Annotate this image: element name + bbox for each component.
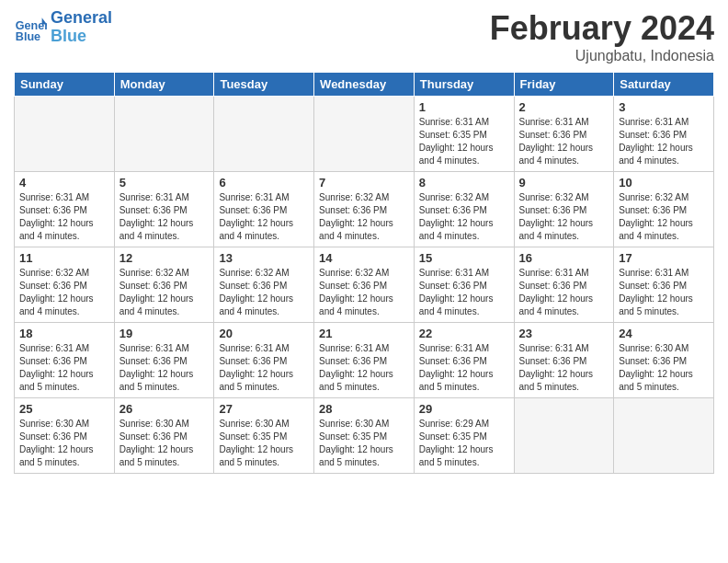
table-row: 5Sunrise: 6:31 AMSunset: 6:36 PMDaylight… <box>114 172 214 247</box>
day-info: Sunrise: 6:32 AMSunset: 6:36 PMDaylight:… <box>119 267 210 318</box>
day-info: Sunrise: 6:32 AMSunset: 6:36 PMDaylight:… <box>319 267 409 318</box>
table-row: 26Sunrise: 6:30 AMSunset: 6:36 PMDayligh… <box>114 398 214 474</box>
table-row <box>614 398 714 474</box>
table-row: 14Sunrise: 6:32 AMSunset: 6:36 PMDayligh… <box>314 247 415 323</box>
table-row: 13Sunrise: 6:32 AMSunset: 6:36 PMDayligh… <box>214 247 314 323</box>
calendar-header-friday: Friday <box>514 73 614 97</box>
day-info: Sunrise: 6:31 AMSunset: 6:36 PMDaylight:… <box>419 342 509 394</box>
calendar-header-saturday: Saturday <box>614 73 714 97</box>
day-number: 8 <box>419 176 509 190</box>
day-info: Sunrise: 6:30 AMSunset: 6:36 PMDaylight:… <box>619 342 709 394</box>
day-number: 18 <box>19 327 109 340</box>
table-row: 20Sunrise: 6:31 AMSunset: 6:36 PMDayligh… <box>214 323 314 398</box>
logo-text-blue: Blue <box>51 28 112 46</box>
calendar-week-row: 1Sunrise: 6:31 AMSunset: 6:35 PMDaylight… <box>15 97 714 172</box>
page-header: General Blue General Blue February 2024 … <box>14 9 714 64</box>
table-row: 12Sunrise: 6:32 AMSunset: 6:36 PMDayligh… <box>114 247 214 323</box>
day-number: 13 <box>219 251 309 265</box>
day-number: 4 <box>19 176 109 190</box>
day-info: Sunrise: 6:31 AMSunset: 6:36 PMDaylight:… <box>219 342 309 394</box>
day-info: Sunrise: 6:31 AMSunset: 6:36 PMDaylight:… <box>119 191 210 243</box>
page-title: February 2024 <box>490 9 714 48</box>
table-row: 10Sunrise: 6:32 AMSunset: 6:36 PMDayligh… <box>614 172 714 247</box>
logo-icon: General Blue <box>14 11 47 44</box>
day-number: 17 <box>619 251 709 265</box>
calendar-week-row: 4Sunrise: 6:31 AMSunset: 6:36 PMDaylight… <box>15 172 714 247</box>
table-row <box>514 398 614 474</box>
table-row: 27Sunrise: 6:30 AMSunset: 6:35 PMDayligh… <box>214 398 314 474</box>
day-info: Sunrise: 6:31 AMSunset: 6:35 PMDaylight:… <box>419 116 509 167</box>
day-info: Sunrise: 6:31 AMSunset: 6:36 PMDaylight:… <box>519 342 609 394</box>
table-row: 23Sunrise: 6:31 AMSunset: 6:36 PMDayligh… <box>514 323 614 398</box>
calendar-week-row: 18Sunrise: 6:31 AMSunset: 6:36 PMDayligh… <box>15 323 714 398</box>
day-number: 5 <box>119 176 210 190</box>
table-row: 19Sunrise: 6:31 AMSunset: 6:36 PMDayligh… <box>114 323 214 398</box>
day-number: 24 <box>619 327 709 340</box>
calendar-header-tuesday: Tuesday <box>214 73 314 97</box>
day-info: Sunrise: 6:32 AMSunset: 6:36 PMDaylight:… <box>319 191 409 243</box>
table-row: 25Sunrise: 6:30 AMSunset: 6:36 PMDayligh… <box>15 398 115 474</box>
day-number: 29 <box>419 402 509 416</box>
day-number: 2 <box>519 100 609 114</box>
day-info: Sunrise: 6:32 AMSunset: 6:36 PMDaylight:… <box>519 191 609 243</box>
calendar-header-row: SundayMondayTuesdayWednesdayThursdayFrid… <box>15 73 714 97</box>
day-info: Sunrise: 6:31 AMSunset: 6:36 PMDaylight:… <box>519 267 609 318</box>
day-number: 27 <box>219 402 309 416</box>
table-row <box>214 97 314 172</box>
calendar-table: SundayMondayTuesdayWednesdayThursdayFrid… <box>14 72 714 474</box>
table-row: 17Sunrise: 6:31 AMSunset: 6:36 PMDayligh… <box>614 247 714 323</box>
table-row: 11Sunrise: 6:32 AMSunset: 6:36 PMDayligh… <box>15 247 115 323</box>
day-number: 11 <box>19 251 109 265</box>
day-info: Sunrise: 6:29 AMSunset: 6:35 PMDaylight:… <box>419 418 509 469</box>
calendar-header-sunday: Sunday <box>15 73 115 97</box>
table-row: 3Sunrise: 6:31 AMSunset: 6:36 PMDaylight… <box>614 97 714 172</box>
day-info: Sunrise: 6:31 AMSunset: 6:36 PMDaylight:… <box>519 116 609 167</box>
logo-text-general: General <box>51 9 112 28</box>
day-number: 25 <box>19 402 109 416</box>
table-row: 2Sunrise: 6:31 AMSunset: 6:36 PMDaylight… <box>514 97 614 172</box>
day-number: 22 <box>419 327 509 340</box>
day-number: 10 <box>619 176 709 190</box>
day-info: Sunrise: 6:32 AMSunset: 6:36 PMDaylight:… <box>19 267 109 318</box>
table-row: 8Sunrise: 6:32 AMSunset: 6:36 PMDaylight… <box>414 172 514 247</box>
table-row <box>15 97 115 172</box>
table-row: 16Sunrise: 6:31 AMSunset: 6:36 PMDayligh… <box>514 247 614 323</box>
day-info: Sunrise: 6:31 AMSunset: 6:36 PMDaylight:… <box>19 342 109 394</box>
calendar-week-row: 11Sunrise: 6:32 AMSunset: 6:36 PMDayligh… <box>15 247 714 323</box>
day-info: Sunrise: 6:31 AMSunset: 6:36 PMDaylight:… <box>119 342 210 394</box>
day-number: 14 <box>319 251 409 265</box>
table-row: 9Sunrise: 6:32 AMSunset: 6:36 PMDaylight… <box>514 172 614 247</box>
table-row: 24Sunrise: 6:30 AMSunset: 6:36 PMDayligh… <box>614 323 714 398</box>
day-info: Sunrise: 6:32 AMSunset: 6:36 PMDaylight:… <box>419 191 509 243</box>
calendar-header-wednesday: Wednesday <box>314 73 415 97</box>
day-info: Sunrise: 6:30 AMSunset: 6:36 PMDaylight:… <box>19 418 109 469</box>
table-row: 1Sunrise: 6:31 AMSunset: 6:35 PMDaylight… <box>414 97 514 172</box>
day-info: Sunrise: 6:31 AMSunset: 6:36 PMDaylight:… <box>419 267 509 318</box>
day-number: 23 <box>519 327 609 340</box>
day-number: 26 <box>119 402 210 416</box>
title-block: February 2024 Ujungbatu, Indonesia <box>490 9 714 64</box>
day-number: 6 <box>219 176 309 190</box>
calendar-header-monday: Monday <box>114 73 214 97</box>
day-number: 3 <box>619 100 709 114</box>
table-row: 22Sunrise: 6:31 AMSunset: 6:36 PMDayligh… <box>414 323 514 398</box>
day-info: Sunrise: 6:30 AMSunset: 6:35 PMDaylight:… <box>319 418 409 469</box>
table-row: 28Sunrise: 6:30 AMSunset: 6:35 PMDayligh… <box>314 398 415 474</box>
table-row: 4Sunrise: 6:31 AMSunset: 6:36 PMDaylight… <box>15 172 115 247</box>
day-number: 15 <box>419 251 509 265</box>
day-info: Sunrise: 6:32 AMSunset: 6:36 PMDaylight:… <box>619 191 709 243</box>
table-row: 21Sunrise: 6:31 AMSunset: 6:36 PMDayligh… <box>314 323 415 398</box>
table-row: 29Sunrise: 6:29 AMSunset: 6:35 PMDayligh… <box>414 398 514 474</box>
svg-text:Blue: Blue <box>16 30 40 43</box>
table-row <box>314 97 415 172</box>
day-number: 21 <box>319 327 409 340</box>
day-info: Sunrise: 6:31 AMSunset: 6:36 PMDaylight:… <box>619 267 709 318</box>
day-info: Sunrise: 6:31 AMSunset: 6:36 PMDaylight:… <box>219 191 309 243</box>
day-info: Sunrise: 6:31 AMSunset: 6:36 PMDaylight:… <box>619 116 709 167</box>
page-subtitle: Ujungbatu, Indonesia <box>490 48 714 64</box>
day-info: Sunrise: 6:31 AMSunset: 6:36 PMDaylight:… <box>319 342 409 394</box>
calendar-week-row: 25Sunrise: 6:30 AMSunset: 6:36 PMDayligh… <box>15 398 714 474</box>
table-row: 18Sunrise: 6:31 AMSunset: 6:36 PMDayligh… <box>15 323 115 398</box>
table-row: 15Sunrise: 6:31 AMSunset: 6:36 PMDayligh… <box>414 247 514 323</box>
day-info: Sunrise: 6:30 AMSunset: 6:36 PMDaylight:… <box>119 418 210 469</box>
